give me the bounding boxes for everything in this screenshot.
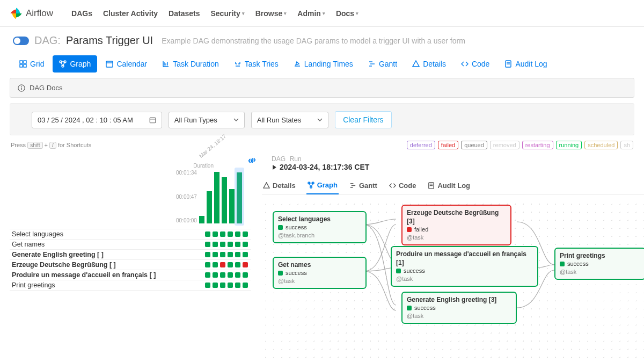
nav-docs[interactable]: Docs▾	[331, 6, 364, 21]
play-icon	[272, 164, 277, 170]
task-cell[interactable]	[235, 283, 240, 288]
legend-scheduled[interactable]: scheduled	[584, 141, 618, 149]
subtab-audit-log[interactable]: Audit Log	[427, 178, 471, 194]
tab-details[interactable]: Details	[406, 55, 452, 73]
run-bar[interactable]	[199, 216, 204, 223]
crumb-run[interactable]: Run	[290, 155, 302, 163]
task-cell[interactable]	[205, 252, 210, 257]
task-cell[interactable]	[205, 262, 210, 267]
legend-queued[interactable]: queued	[461, 141, 487, 149]
task-cell[interactable]	[235, 231, 240, 237]
node-german-greeting[interactable]: Erzeuge Deutsche Begrüßung [3] failed @t…	[401, 205, 511, 245]
task-cell[interactable]	[235, 252, 240, 257]
chevron-down-icon: ▾	[356, 11, 358, 16]
tab-landing-times[interactable]: Landing Times	[287, 55, 360, 73]
runtypes-select[interactable]: All Run Types	[169, 112, 245, 128]
task-cell[interactable]	[205, 272, 210, 278]
graph-canvas[interactable]: Select languages success @task.branch Ge…	[262, 200, 644, 361]
subtab-code[interactable]: Code	[388, 178, 418, 194]
task-row[interactable]: Select languages	[10, 229, 251, 239]
nav-datasets[interactable]: Datasets	[163, 6, 205, 21]
legend-removed[interactable]: removed	[490, 141, 519, 149]
nav-security[interactable]: Security▾	[205, 6, 250, 21]
task-cell[interactable]	[243, 252, 248, 257]
subtab-details[interactable]: Details	[262, 178, 297, 194]
run-bar[interactable]	[229, 189, 235, 223]
task-cell[interactable]	[213, 231, 218, 237]
dag-enabled-toggle[interactable]	[13, 37, 29, 45]
tab-audit-log[interactable]: Audit Log	[498, 55, 553, 73]
task-cell[interactable]	[220, 262, 225, 267]
nav-admin[interactable]: Admin▾	[292, 6, 331, 21]
expand-graph-button[interactable]: »	[251, 155, 256, 164]
task-cell[interactable]	[228, 272, 233, 278]
task-cell[interactable]	[228, 252, 233, 257]
node-print-greetings[interactable]: Print greetings success @task	[554, 248, 644, 280]
task-cell[interactable]	[205, 231, 210, 237]
legend-failed[interactable]: failed	[438, 141, 458, 149]
run-bar[interactable]	[207, 191, 212, 223]
task-row[interactable]: Generate English greeting [ ]	[10, 249, 251, 259]
task-cell[interactable]	[228, 242, 233, 247]
clear-filters-button[interactable]: Clear Filters	[335, 111, 391, 128]
task-cell[interactable]	[220, 231, 225, 237]
tab-grid[interactable]: Grid	[13, 55, 50, 73]
nav-dags[interactable]: DAGs	[66, 6, 98, 21]
task-cell[interactable]	[235, 242, 240, 247]
task-cell[interactable]	[213, 272, 218, 278]
task-cell[interactable]	[235, 262, 240, 267]
crumb-dag[interactable]: DAG	[272, 155, 286, 163]
task-row[interactable]: Print greetings	[10, 280, 251, 291]
task-cell[interactable]	[213, 252, 218, 257]
tab-code[interactable]: Code	[455, 55, 496, 73]
legend-running[interactable]: running	[556, 141, 582, 149]
task-cell[interactable]	[213, 242, 218, 247]
task-row[interactable]: Get names	[10, 239, 251, 249]
legend-sh[interactable]: sh	[620, 141, 633, 149]
subtab-graph[interactable]: Graph	[306, 178, 339, 194]
node-select-languages[interactable]: Select languages success @task.branch	[273, 211, 367, 243]
task-cell[interactable]	[205, 283, 210, 288]
legend-deferred[interactable]: deferred	[407, 141, 435, 149]
details-icon	[263, 182, 270, 189]
task-cell[interactable]	[228, 283, 233, 288]
tab-gantt[interactable]: Gantt	[362, 55, 404, 73]
node-english-greeting[interactable]: Generate English greeting [3] success @t…	[401, 292, 517, 324]
brand-logo[interactable]: Airflow	[10, 7, 53, 20]
task-row[interactable]: Erzeuge Deutsche Begrüßung [ ]	[10, 259, 251, 270]
nav-cluster-activity[interactable]: Cluster Activity	[98, 6, 163, 21]
run-bar[interactable]	[222, 177, 227, 223]
task-cell[interactable]	[243, 262, 248, 267]
task-cell[interactable]	[220, 283, 225, 288]
task-row[interactable]: Produire un message d'accueil en françai…	[10, 270, 251, 280]
task-cell[interactable]	[235, 272, 240, 278]
task-cell[interactable]	[220, 272, 225, 278]
task-cell[interactable]	[205, 242, 210, 247]
tab-task-tries[interactable]: Task Tries	[228, 55, 285, 73]
nav-browse[interactable]: Browse▾	[250, 6, 292, 21]
subtab-gantt[interactable]: Gantt	[348, 178, 378, 194]
node-get-names[interactable]: Get names success @task	[273, 257, 367, 289]
tab-calendar[interactable]: Calendar	[99, 55, 153, 73]
task-cell[interactable]	[243, 283, 248, 288]
legend-restarting[interactable]: restarting	[522, 141, 553, 149]
task-cell[interactable]	[243, 242, 248, 247]
tab-task-duration[interactable]: Task Duration	[156, 55, 225, 73]
node-french-greeting[interactable]: Produire un message d'accueil en françai…	[391, 246, 538, 287]
task-cell[interactable]	[213, 283, 218, 288]
task-cell[interactable]	[243, 231, 248, 237]
task-cell[interactable]	[243, 272, 248, 278]
run-bars[interactable]	[199, 170, 242, 223]
dag-docs-bar[interactable]: DAG Docs	[10, 78, 634, 98]
run-bar[interactable]	[214, 172, 219, 223]
datetime-field[interactable]: 03 / 25 / 2024 , 02 : 10 : 05 AM	[32, 112, 162, 128]
task-cell[interactable]	[220, 242, 225, 247]
task-cell[interactable]	[228, 262, 233, 267]
task-cell[interactable]	[228, 231, 233, 237]
task-name: Generate English greeting [ ]	[10, 250, 205, 259]
status-dot-icon	[278, 271, 283, 276]
task-cell[interactable]	[213, 262, 218, 267]
runstates-select[interactable]: All Run States	[251, 112, 328, 128]
task-cell[interactable]	[220, 252, 225, 257]
tab-graph[interactable]: Graph	[53, 55, 97, 73]
